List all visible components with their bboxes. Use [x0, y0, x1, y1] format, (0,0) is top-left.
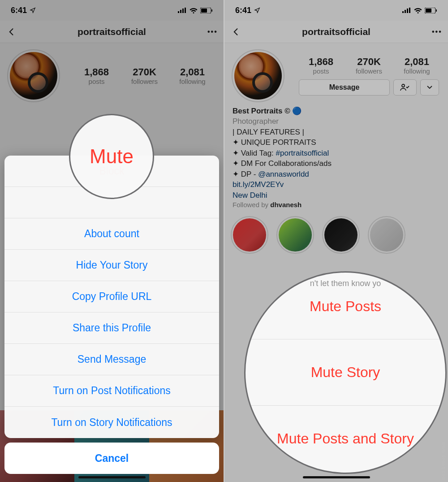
mute-highlight-circle: Mute — [69, 114, 154, 199]
home-indicator[interactable] — [303, 476, 370, 478]
watermark: www.deoaq.com — [441, 442, 446, 481]
sheet-send-msg[interactable]: Send Message — [4, 344, 219, 375]
action-sheet: Block About count Hide Your Story Copy P… — [4, 156, 219, 474]
phone-left: 6:41 portraitsofficial ••• 1,868 posts — [0, 0, 224, 482]
sheet-copy-url[interactable]: Copy Profile URL — [4, 281, 219, 313]
sheet-cancel[interactable]: Cancel — [4, 443, 219, 474]
sheet-hide-story[interactable]: Hide Your Story — [4, 250, 219, 281]
phone-right: 6:41 portraitsofficial ••• 1,868 posts — [224, 0, 448, 482]
sheet-post-notif[interactable]: Turn on Post Notifications — [4, 375, 219, 407]
mute-options-highlight-circle: n't let them know yo Mute Posts Mute Sto… — [244, 271, 447, 474]
sheet-about[interactable]: About count — [4, 218, 219, 250]
sheet-story-notif[interactable]: Turn on Story Notifications — [4, 407, 219, 438]
mute-highlight-label: Mute — [90, 145, 134, 168]
sheet-share[interactable]: Share this Profile — [4, 313, 219, 344]
home-indicator[interactable] — [78, 476, 146, 478]
mute-story-button[interactable]: Mute Story — [246, 339, 445, 405]
